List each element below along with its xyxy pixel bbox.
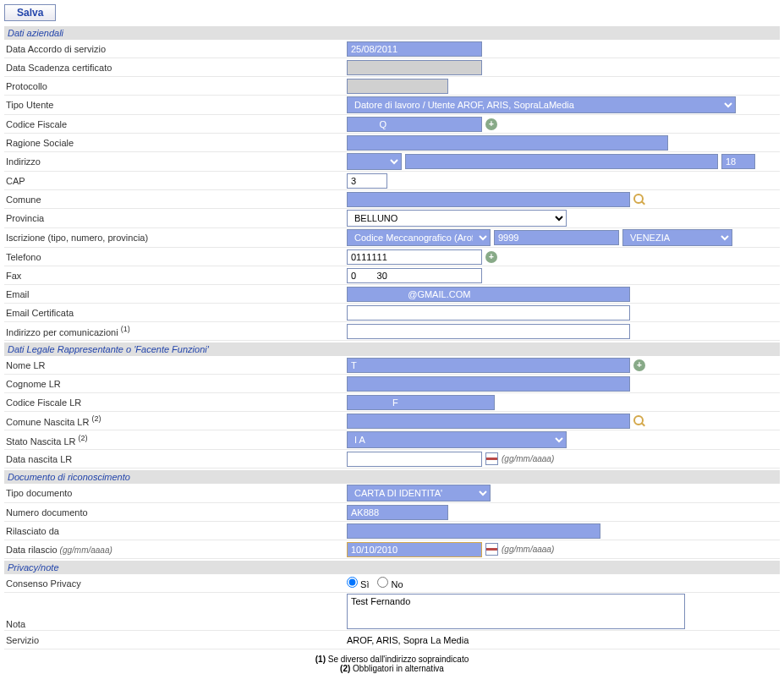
label-comune-nascita-lr: Comune Nascita LR (2) <box>4 414 347 427</box>
input-indirizzo-via[interactable] <box>405 154 718 169</box>
label-data-accordo: Data Accordo di servizio <box>4 44 347 54</box>
label-cf-lr: Codice Fiscale LR <box>4 397 347 408</box>
date-hint: (gg/mm/aaaa) <box>502 454 554 463</box>
row-consenso-privacy: Consenso Privacy Sì No <box>4 574 780 593</box>
row-email-cert: Email Certificata <box>4 304 780 322</box>
row-cf-lr: Codice Fiscale LR <box>4 393 780 412</box>
input-telefono[interactable] <box>347 249 482 265</box>
input-fax[interactable] <box>347 268 482 283</box>
input-data-scadenza <box>347 60 482 75</box>
row-comune: Comune <box>4 190 780 209</box>
row-email: Email <box>4 285 780 304</box>
label-fax: Fax <box>4 271 347 281</box>
label-iscrizione: Iscrizione (tipo, numero, provincia) <box>4 233 347 243</box>
calendar-icon[interactable] <box>485 452 498 465</box>
label-cognome-lr: Cognome LR <box>4 379 347 389</box>
label-cap: CAP <box>4 176 347 186</box>
add-icon[interactable]: + <box>485 251 497 263</box>
input-indirizzo-num[interactable] <box>721 154 755 169</box>
section-dati-aziendali: Dati aziendali <box>4 26 780 40</box>
textarea-nota[interactable] <box>347 594 685 629</box>
input-data-accordo[interactable] <box>347 41 482 57</box>
row-iscrizione: Iscrizione (tipo, numero, provincia) Cod… <box>4 228 780 248</box>
row-numero-documento: Numero documento <box>4 503 780 522</box>
label-email-cert: Email Certificata <box>4 308 347 318</box>
row-protocollo: Protocollo <box>4 77 780 96</box>
row-cap: CAP <box>4 172 780 190</box>
row-stato-nascita-lr: Stato Nascita LR (2) I A <box>4 430 780 450</box>
row-rilasciato-da: Rilasciato da <box>4 522 780 540</box>
label-tipo-documento: Tipo documento <box>4 488 347 498</box>
row-data-nascita-lr: Data nascita LR (gg/mm/aaaa) <box>4 450 780 469</box>
row-tipo-documento: Tipo documento CARTA DI IDENTITA' <box>4 484 780 503</box>
radio-si-label[interactable]: Sì <box>347 577 369 589</box>
input-iscrizione-num[interactable] <box>494 230 619 245</box>
input-cf-lr[interactable] <box>347 395 495 410</box>
input-rilasciato-da[interactable] <box>347 523 600 539</box>
input-data-rilascio[interactable] <box>347 542 482 557</box>
select-tipo-utente[interactable]: Datore di lavoro / Utente AROF, ARIS, So… <box>347 96 736 113</box>
row-data-accordo: Data Accordo di servizio <box>4 40 780 58</box>
input-data-nascita-lr[interactable] <box>347 452 482 467</box>
input-email-cert[interactable] <box>347 305 630 321</box>
section-legale-rappresentante: Dati Legale Rappresentante o 'Facente Fu… <box>4 342 780 356</box>
search-icon[interactable] <box>633 415 645 427</box>
label-email: Email <box>4 289 347 299</box>
radio-si[interactable] <box>347 577 358 588</box>
row-ragione-sociale: Ragione Sociale <box>4 134 780 152</box>
search-icon[interactable] <box>633 194 645 205</box>
radio-no-label[interactable]: No <box>377 577 403 589</box>
row-nota: Nota <box>4 593 780 631</box>
input-nome-lr[interactable] <box>347 358 630 373</box>
add-icon[interactable]: + <box>485 118 497 130</box>
label-numero-documento: Numero documento <box>4 507 347 518</box>
row-comune-nascita-lr: Comune Nascita LR (2) <box>4 412 780 430</box>
input-ragione-sociale[interactable] <box>347 135 668 151</box>
input-indirizzo-com[interactable] <box>347 324 630 339</box>
input-cognome-lr[interactable] <box>347 376 630 392</box>
label-nota: Nota <box>4 619 347 629</box>
input-codice-fiscale[interactable] <box>347 117 482 132</box>
input-comune-nascita-lr[interactable] <box>347 414 630 429</box>
input-protocollo <box>347 79 448 94</box>
row-indirizzo: Indirizzo <box>4 152 780 172</box>
label-consenso-privacy: Consenso Privacy <box>4 578 347 589</box>
add-icon[interactable]: + <box>633 359 645 371</box>
row-servizio: Servizio AROF, ARIS, Sopra La Media <box>4 631 780 649</box>
row-cognome-lr: Cognome LR <box>4 375 780 393</box>
footnotes: (1) Se diverso dall'indirizzo sopraindic… <box>4 655 780 673</box>
label-indirizzo-com: Indirizzo per comunicazioni (1) <box>4 325 347 337</box>
select-provincia[interactable]: BELLUNO <box>347 210 567 227</box>
label-codice-fiscale: Codice Fiscale <box>4 119 347 129</box>
calendar-icon[interactable] <box>485 543 498 556</box>
section-documento: Documento di riconoscimento <box>4 470 780 484</box>
label-stato-nascita-lr: Stato Nascita LR (2) <box>4 434 347 447</box>
label-data-nascita-lr: Data nascita LR <box>4 454 347 464</box>
select-stato-nascita-lr[interactable]: I A <box>347 431 567 448</box>
row-indirizzo-com: Indirizzo per comunicazioni (1) <box>4 322 780 341</box>
row-telefono: Telefono + <box>4 248 780 266</box>
text-servizio: AROF, ARIS, Sopra La Media <box>347 633 469 647</box>
input-comune[interactable] <box>347 192 630 207</box>
label-indirizzo: Indirizzo <box>4 156 347 167</box>
row-fax: Fax <box>4 266 780 285</box>
select-iscrizione-prov[interactable]: VENEZIA <box>622 229 732 246</box>
row-provincia: Provincia BELLUNO <box>4 209 780 228</box>
input-cap[interactable] <box>347 173 387 189</box>
label-nome-lr: Nome LR <box>4 360 347 370</box>
label-data-rilascio: Data rilascio (gg/mm/aaaa) <box>4 545 347 555</box>
save-button[interactable]: Salva <box>4 4 56 21</box>
radio-no[interactable] <box>377 577 388 588</box>
label-servizio: Servizio <box>4 635 347 645</box>
select-indirizzo-tipo[interactable] <box>347 153 402 170</box>
row-nome-lr: Nome LR + <box>4 356 780 375</box>
input-email[interactable] <box>347 287 630 302</box>
select-iscrizione-tipo[interactable]: Codice Meccanografico (Arof/Ar <box>347 229 491 246</box>
label-rilasciato-da: Rilasciato da <box>4 526 347 536</box>
section-privacy: Privacy/note <box>4 561 780 574</box>
select-tipo-documento[interactable]: CARTA DI IDENTITA' <box>347 485 491 501</box>
label-provincia: Provincia <box>4 213 347 223</box>
input-numero-documento[interactable] <box>347 505 448 520</box>
row-codice-fiscale: Codice Fiscale + <box>4 115 780 134</box>
row-data-scadenza: Data Scadenza certificato <box>4 58 780 77</box>
